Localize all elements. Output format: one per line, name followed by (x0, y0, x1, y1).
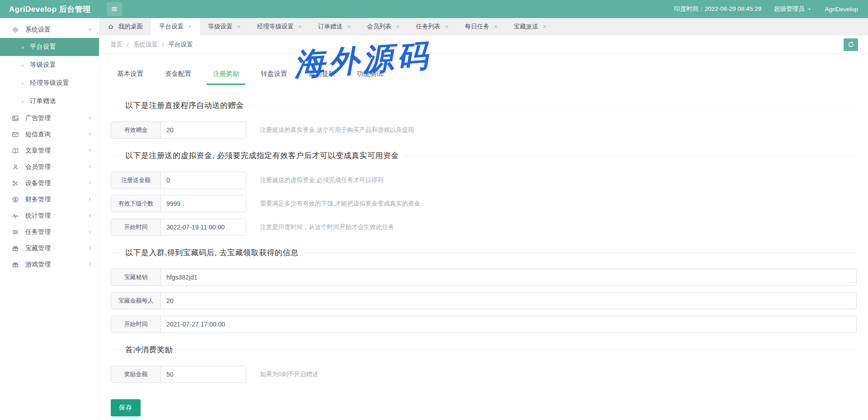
field-label: 有效下级个数 (111, 196, 161, 212)
sidebar-item-treasure-management[interactable]: 宝藏管理 (0, 240, 99, 257)
sidebar-item-order-gift[interactable]: › 订单赠送 (0, 92, 99, 110)
treasure-amount-input[interactable] (161, 293, 856, 309)
window-tab-bar: 我的桌面 平台设置 × 等级设置 × 经理等级设置 × 订单赠送 × 会员列表 … (99, 18, 868, 35)
tab-label: 宝藏派送 (514, 23, 538, 31)
sidebar-item-label: 游戏管理 (25, 261, 87, 269)
sidebar-item-platform-settings[interactable]: › 平台设置 (0, 38, 99, 56)
breadcrumb-home[interactable]: 首页 (110, 41, 123, 49)
chevron-left-icon (87, 229, 93, 236)
sidebar: 系统设置 › 平台设置 › 等级设置 › 经理等级设置 › 订单赠送 广告管理 (0, 18, 99, 420)
settings-tab-bar: 基本设置 资金配置 注册奖励 转盘设置 自动提款 功能测试 (111, 70, 857, 85)
tab-level-settings[interactable]: 等级设置 × (200, 18, 249, 35)
role-dropdown[interactable]: 超级管理员 (774, 5, 812, 13)
field-hint: 注册就送的虚拟资金,必须完成任务才可以得到 (260, 176, 384, 184)
close-icon[interactable]: × (298, 23, 302, 30)
tab-basic-settings[interactable]: 基本设置 (111, 70, 150, 85)
close-icon[interactable]: × (347, 23, 351, 30)
sidebar-item-member-management[interactable]: 会员管理 (0, 159, 99, 175)
sidebar-item-label: 财务管理 (25, 196, 87, 204)
valid-bonus-input[interactable] (161, 122, 246, 138)
gift-icon (12, 261, 19, 268)
section-title: 首冲消费奖励 (125, 345, 173, 355)
sidebar-item-ad-management[interactable]: 广告管理 (0, 110, 99, 126)
tab-member-list[interactable]: 会员列表 × (359, 18, 408, 35)
close-icon[interactable]: × (188, 23, 192, 30)
sidebar-item-device-management[interactable]: 设备管理 (0, 175, 99, 191)
field-treasure-key: 宝藏秘钥 (111, 269, 857, 286)
sidebar-item-label: 统计管理 (25, 212, 87, 220)
sidebar-item-manager-level-settings[interactable]: › 经理等级设置 (0, 74, 99, 92)
sliders-icon (12, 229, 19, 236)
sidebar-item-task-management[interactable]: 任务管理 (0, 224, 99, 240)
treasure-key-input[interactable] (161, 269, 856, 285)
sidebar-item-label: 短信查询 (25, 131, 87, 139)
sidebar-item-article-management[interactable]: 文章管理 (0, 143, 99, 159)
section-header: 以下是注册送的虚拟资金, 必须要完成指定有效客户后才可以变成真实可用资金 (111, 150, 857, 161)
close-icon[interactable]: × (396, 23, 400, 30)
refresh-button[interactable] (844, 38, 858, 51)
sidebar-item-system-settings[interactable]: 系统设置 (0, 22, 99, 38)
field-treasure-start-time: 开始时间 (111, 316, 857, 333)
sidebar-item-sms-query[interactable]: 短信查询 (0, 126, 99, 143)
section-title: 以下是注册直接程序自动送的赠金 (125, 100, 244, 111)
tab-label: 我的桌面 (118, 23, 143, 31)
sidebar-item-label: 等级设置 (30, 61, 56, 69)
close-icon[interactable]: × (542, 23, 546, 30)
chevron-left-icon (87, 163, 93, 171)
sidebar-item-statistics-management[interactable]: 统计管理 (0, 208, 99, 224)
breadcrumb-system-settings[interactable]: 系统设置 (133, 41, 158, 49)
close-icon[interactable]: × (445, 23, 448, 30)
chevron-left-icon (87, 261, 93, 268)
refresh-icon (848, 41, 854, 48)
field-hint: 注意是印度时间，从这个时间开始才会生效此任务 (260, 223, 394, 231)
tab-manager-level-settings[interactable]: 经理等级设置 × (249, 18, 310, 35)
save-button[interactable]: 保存 (111, 399, 141, 416)
chevron-left-icon (87, 180, 93, 187)
account-name: AgriDevelop (825, 6, 858, 13)
pulse-icon (12, 212, 19, 219)
field-hint: 注册就送的真实资金,这个可用于购买产品和游戏以及提现 (260, 126, 414, 134)
sidebar-item-level-settings[interactable]: › 等级设置 (0, 56, 99, 74)
treasure-start-time-input[interactable] (161, 316, 856, 332)
tab-label: 等级设置 (208, 23, 232, 31)
server-time: 印度时间：2022-08-29 08:45:29 (674, 5, 761, 13)
breadcrumb: 首页 / 系统设置 / 平台设置 (110, 41, 193, 49)
image-icon (12, 115, 19, 122)
reward-amount-input[interactable] (161, 366, 246, 383)
close-icon[interactable]: × (237, 23, 241, 30)
tab-treasure-delivery[interactable]: 宝藏派送 × (505, 18, 554, 35)
section-title: 以下是注册送的虚拟资金, 必须要完成指定有效客户后才可以变成真实可用资金 (125, 150, 399, 161)
chevron-right-icon: › (22, 80, 24, 87)
close-icon[interactable]: × (494, 23, 497, 30)
register-amount-input[interactable] (161, 172, 246, 188)
gift-icon (12, 245, 19, 252)
field-valid-bonus: 有效赠金 注册就送的真实资金,这个可用于购买产品和游戏以及提现 (111, 121, 857, 139)
tab-order-gift[interactable]: 订单赠送 × (310, 18, 359, 35)
tab-wheel-settings[interactable]: 转盘设置 (255, 70, 293, 85)
breadcrumb-separator: / (127, 41, 129, 48)
sidebar-item-game-management[interactable]: 游戏管理 (0, 257, 99, 273)
tab-auto-withdraw[interactable]: 自动提款 (302, 70, 341, 85)
tab-function-test[interactable]: 功能测试 (350, 70, 389, 85)
tab-label: 每日任务 (465, 23, 489, 31)
sidebar-toggle-button[interactable] (107, 2, 122, 16)
tab-my-desktop[interactable]: 我的桌面 (99, 18, 151, 35)
valid-subordinates-input[interactable] (161, 196, 246, 212)
sidebar-item-label: 系统设置 (25, 26, 87, 34)
sidebar-item-label: 平台设置 (30, 43, 56, 51)
tab-daily-task[interactable]: 每日任务 × (457, 18, 505, 35)
tab-platform-settings[interactable]: 平台设置 × (151, 18, 200, 35)
tab-task-list[interactable]: 任务列表 × (408, 18, 457, 35)
tab-register-reward[interactable]: 注册奖励 (207, 70, 245, 85)
field-hint: 如果为0则不开启赠送 (260, 370, 318, 378)
tab-fund-config[interactable]: 资金配置 (159, 70, 198, 85)
sidebar-item-finance-management[interactable]: 财务管理 (0, 191, 99, 208)
chevron-right-icon: › (22, 44, 24, 51)
gear-icon (12, 26, 19, 33)
field-label: 奖励金额 (111, 366, 161, 383)
sidebar-item-label: 经理等级设置 (30, 79, 69, 87)
field-label: 开始时间 (111, 219, 161, 235)
chevron-right-icon: › (22, 62, 24, 69)
tab-label: 任务列表 (416, 23, 440, 31)
start-time-task-input[interactable] (161, 219, 246, 235)
